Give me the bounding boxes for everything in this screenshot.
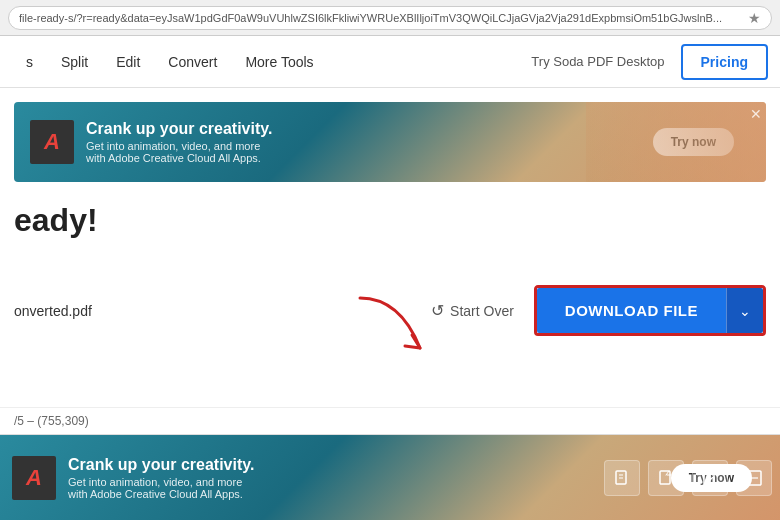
ad-text-area: Crank up your creativity. Get into anima… [86, 120, 637, 164]
bottom-ad-title: Crank up your creativity. [68, 456, 655, 474]
url-bar[interactable]: file-ready-s/?r=ready&data=eyJsaW1pdGdF0… [8, 6, 772, 30]
file-name: onverted.pdf [14, 303, 411, 319]
ad-title: Crank up your creativity. [86, 120, 637, 138]
nav-bar: s Split Edit Convert More Tools Try Soda… [0, 36, 780, 88]
nav-item-edit[interactable]: Edit [102, 36, 154, 88]
ad-subtitle: Get into animation, video, and morewith … [86, 140, 637, 164]
bottom-adobe-logo: A [12, 456, 56, 500]
toolbar-icon-2[interactable] [648, 460, 684, 496]
adobe-logo: A [30, 120, 74, 164]
try-soda-button[interactable]: Try Soda PDF Desktop [515, 46, 680, 77]
download-button-container: DOWNLOAD FILE ⌄ [534, 285, 766, 336]
download-chevron-button[interactable]: ⌄ [726, 288, 763, 333]
bottom-toolbar: A Crank up your creativity. Get into ani… [0, 434, 780, 520]
status-text: /5 – (755,309) [14, 414, 89, 428]
url-text: file-ready-s/?r=ready&data=eyJsaW1pdGdF0… [19, 12, 742, 24]
nav-item-s[interactable]: s [12, 36, 47, 88]
download-file-button[interactable]: DOWNLOAD FILE [537, 288, 726, 333]
bottom-ad-text-area: Crank up your creativity. Get into anima… [68, 456, 655, 500]
pricing-button[interactable]: Pricing [681, 44, 768, 80]
adobe-a-mark: A [44, 129, 60, 155]
status-bar: /5 – (755,309) [0, 407, 780, 434]
nav-item-more-tools[interactable]: More Tools [231, 36, 327, 88]
bottom-adobe-a-mark: A [26, 465, 42, 491]
toolbar-icon-1[interactable] [604, 460, 640, 496]
nav-item-convert[interactable]: Convert [154, 36, 231, 88]
bottom-ad-banner: A Crank up your creativity. Get into ani… [0, 435, 780, 520]
refresh-icon: ↺ [431, 301, 444, 320]
nav-item-split[interactable]: Split [47, 36, 102, 88]
browser-bar: file-ready-s/?r=ready&data=eyJsaW1pdGdF0… [0, 0, 780, 36]
main-content: A Crank up your creativity. Get into ani… [0, 88, 780, 520]
toolbar-icon-3[interactable] [692, 460, 728, 496]
toolbar-icons [604, 460, 772, 496]
start-over-button[interactable]: ↺ Start Over [411, 301, 534, 320]
toolbar-icon-4[interactable] [736, 460, 772, 496]
start-over-label: Start Over [450, 303, 514, 319]
svg-rect-3 [660, 471, 670, 484]
ad-close-icon[interactable]: ✕ [750, 106, 762, 122]
ready-heading: eady! [0, 182, 780, 239]
bottom-ad-subtitle: Get into animation, video, and morewith … [68, 476, 655, 500]
bookmark-icon[interactable]: ★ [748, 10, 761, 26]
ad-decoration [586, 102, 766, 182]
file-row: onverted.pdf ↺ Start Over DOWNLOAD FILE … [0, 269, 780, 352]
top-ad-banner: A Crank up your creativity. Get into ani… [14, 102, 766, 182]
